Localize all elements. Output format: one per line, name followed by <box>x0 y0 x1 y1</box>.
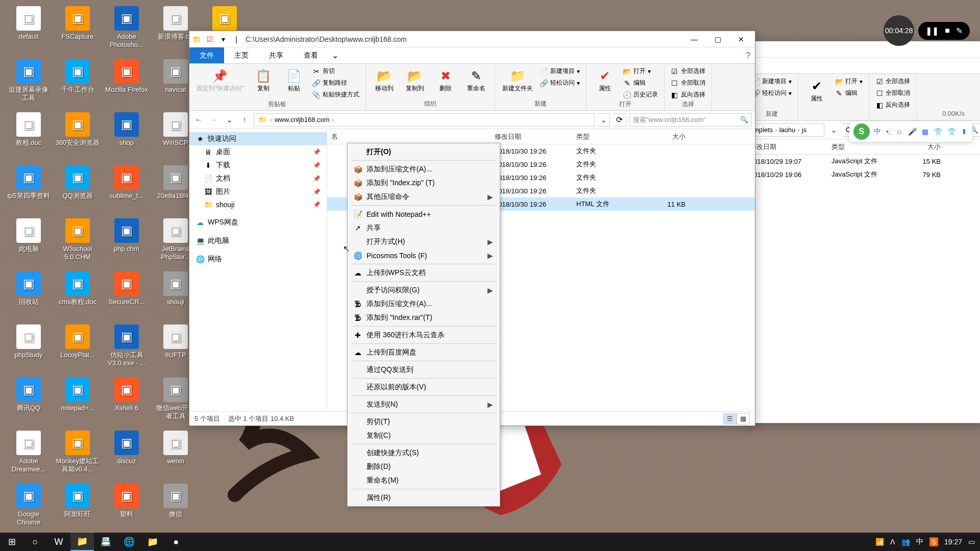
ime-item[interactable]: ☺ <box>895 127 904 137</box>
check-icon[interactable]: ☑ <box>205 34 215 44</box>
desktop-icon[interactable]: ▣Adobe Photosho... <box>102 4 151 55</box>
ime-item[interactable]: 中 <box>873 126 882 137</box>
desktop-icon[interactable]: ▣tp5第四季资料 <box>4 163 53 214</box>
sidebar-item-wps[interactable]: ☁WPS网盘 <box>189 216 327 229</box>
desktop-icon[interactable]: ▣FSCapture <box>53 4 102 55</box>
copy-button[interactable]: 📋复制 <box>249 66 278 95</box>
select-none-button[interactable]: ☐全部取消 <box>669 78 707 88</box>
desktop-icon[interactable]: ▣微信 <box>151 482 200 533</box>
menu-item[interactable]: 📝Edit with Notepad++ <box>349 207 498 221</box>
menu-item[interactable]: 通过QQ发送到 <box>349 363 498 377</box>
desktop-icon[interactable]: ▣notepad+... <box>53 375 102 427</box>
desktop-icon[interactable]: ▣Google Chrome <box>4 482 53 533</box>
desktop-icon[interactable]: ▣千牛工作台 <box>53 57 102 108</box>
desktop-icon[interactable]: ▣此电脑 <box>4 216 53 267</box>
ime-item[interactable]: 👕 <box>933 127 943 137</box>
open-button[interactable]: 📂打开 ▾ <box>833 76 865 87</box>
refresh-button[interactable]: ⟳ <box>613 113 626 127</box>
copy-to-button[interactable]: 📂复制到 <box>401 66 429 95</box>
tab-home[interactable]: 主页 <box>224 47 259 63</box>
open-button[interactable]: 📂打开 ▾ <box>621 66 660 77</box>
desktop-icon[interactable]: ▣shop <box>102 110 151 161</box>
menu-item[interactable]: 📦添加到压缩文件(A)... <box>349 162 498 176</box>
ime-item[interactable]: ▦ <box>921 127 929 137</box>
back-button[interactable]: ← <box>192 114 205 126</box>
ime-item[interactable]: ⬆ <box>960 127 968 137</box>
desktop-icon[interactable]: ▣追捷屏幕录像工具 <box>4 57 53 108</box>
wifi-icon[interactable]: 📶 <box>875 538 884 546</box>
tab-view[interactable]: 查看 <box>293 47 328 63</box>
ime-indicator[interactable]: 中 <box>916 537 923 546</box>
desktop-icon[interactable]: ▣回收站 <box>4 269 53 320</box>
tray-icon[interactable]: 👥 <box>901 538 910 546</box>
desktop-icon[interactable]: ▣Adobe Dreamwe... <box>4 429 53 480</box>
tab-file[interactable]: 文件 <box>189 47 224 63</box>
menu-item[interactable]: ✚使用 360进行木马云查杀 <box>349 328 498 342</box>
properties-button[interactable]: ✔属性 <box>802 76 831 105</box>
menu-item[interactable]: ↗共享 <box>349 221 498 235</box>
forward-button[interactable]: → <box>208 114 220 126</box>
easy-access-button[interactable]: 🔗轻松访问 ▾ <box>538 78 582 88</box>
pause-icon[interactable]: ❚❚ <box>925 26 939 36</box>
invert-selection-button[interactable]: ◧反向选择 <box>873 99 912 110</box>
desktop-icon[interactable]: ▣塑料 <box>102 482 151 533</box>
paste-shortcut-button[interactable]: 📎粘贴快捷方式 <box>310 89 361 100</box>
menu-item[interactable]: 打开方式(H)▶ <box>349 235 498 248</box>
desktop-icon[interactable]: ▣default <box>4 4 53 55</box>
taskbar-chrome[interactable]: 🌐 <box>117 533 141 551</box>
desktop-icon[interactable]: ▣360安全浏览器 <box>53 110 102 161</box>
delete-button[interactable]: ✖删除 <box>431 66 460 95</box>
desktop-icon[interactable]: ▣QQ浏览器 <box>53 163 102 214</box>
cut-button[interactable]: ✂剪切 <box>310 66 361 77</box>
desktop-icon[interactable]: ▣Mozilla Firefox <box>102 57 151 108</box>
menu-item[interactable]: 📦其他压缩命令▶ <box>349 190 498 204</box>
edit-icon[interactable]: ✎ <box>956 26 963 36</box>
list-item[interactable]: 2018/10/29 19:07 JavaScript 文件 15 KB <box>746 155 980 168</box>
select-all-button[interactable]: ☑全部选择 <box>873 76 912 87</box>
desktop-icon[interactable]: ▣教程.doc <box>4 110 53 161</box>
desktop-icon[interactable]: ▣阿里旺旺 <box>53 482 102 533</box>
pin-quick-access-button[interactable]: 📌固定到"快速访问" <box>193 66 247 95</box>
desktop-icon[interactable]: ▣Xshell 6 <box>102 375 151 427</box>
sidebar-item-desktop[interactable]: 🖥桌面📌 <box>189 145 327 159</box>
desktop-icon[interactable]: ▣仿站小工具V3.0.exe - ... <box>102 322 151 373</box>
sidebar-item-this-pc[interactable]: 💻此电脑 <box>189 234 327 247</box>
menu-item[interactable]: ☁上传到WPS云文档 <box>349 266 498 280</box>
sidebar-item-quick-access[interactable]: ★快速访问 <box>189 132 327 145</box>
new-item-button[interactable]: 📄新建项目 ▾ <box>538 66 582 77</box>
desktop-icon[interactable]: ▣SecureCR... <box>102 269 151 320</box>
menu-item[interactable]: 授予访问权限(G)▶ <box>349 283 498 297</box>
system-tray[interactable]: 📶 ᐱ 👥 中 S 19:27 ▭ <box>870 537 980 546</box>
menu-item[interactable]: 🌀Picosmos Tools (F)▶ <box>349 248 498 262</box>
breadcrumb-dropdown[interactable]: ⌄ <box>827 124 840 136</box>
up-button[interactable]: ↑ <box>238 114 251 126</box>
menu-item[interactable]: 属性(R) <box>349 491 498 505</box>
recent-dropdown[interactable]: ⌄ <box>223 114 235 126</box>
close-button[interactable]: ✕ <box>729 32 753 47</box>
menu-item[interactable]: 打开(O) <box>349 145 498 159</box>
ime-item[interactable]: 🎤 <box>907 127 918 137</box>
move-to-button[interactable]: 📂移动到 <box>370 66 399 95</box>
taskbar-explorer[interactable]: 📁 <box>70 533 94 551</box>
ime-toolbar[interactable]: S 中•,☺🎤▦👕👕⬆ <box>849 121 972 142</box>
list-item[interactable]: 2018/10/29 19:06 JavaScript 文件 79 KB <box>746 168 980 181</box>
menu-item[interactable]: 📦添加到 "Index.zip" (T) <box>349 176 498 190</box>
properties-button[interactable]: ✔属性 <box>591 66 619 95</box>
qat-dropdown-icon[interactable]: ▾ <box>218 34 228 44</box>
copy-path-button[interactable]: 🔗复制路径 <box>310 78 361 88</box>
breadcrumb[interactable]: 📁 › www.cnljb168.com › <box>254 113 595 127</box>
edit-button[interactable]: ✎编辑 <box>621 78 660 88</box>
new-folder-button[interactable]: 📁新建文件夹 <box>499 66 536 95</box>
menu-item[interactable]: ☁上传到百度网盘 <box>349 345 498 359</box>
desktop-icon[interactable]: ▣cms教程.doc <box>53 269 102 320</box>
ime-item[interactable]: •, <box>885 127 892 137</box>
sidebar-item-shouji[interactable]: 📁shouji📌 <box>189 198 327 211</box>
edit-button[interactable]: ✎编辑 <box>833 88 865 98</box>
view-details-button[interactable]: ☰ <box>723 413 737 424</box>
desktop-icon[interactable]: ▣W3school 5.0.CHM <box>53 216 102 267</box>
ribbon-collapse-icon[interactable]: ⌄ <box>328 47 341 63</box>
new-item-button[interactable]: 📄新建项目 ▾ <box>750 76 794 87</box>
ime-logo-icon[interactable]: S <box>853 123 870 140</box>
taskbar-app[interactable]: 📇 <box>94 533 117 551</box>
maximize-button[interactable]: ▢ <box>706 32 729 47</box>
